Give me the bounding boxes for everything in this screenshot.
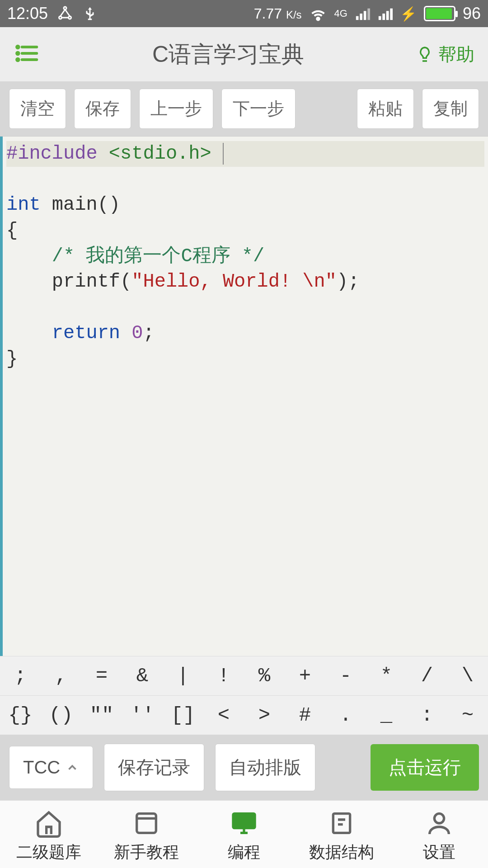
code-token: { bbox=[6, 220, 18, 241]
nav-label: 编程 bbox=[228, 841, 260, 863]
symbol-key[interactable]: ; bbox=[0, 656, 41, 695]
person-icon bbox=[425, 809, 454, 838]
monitor-icon bbox=[230, 809, 258, 838]
svg-point-16 bbox=[17, 59, 19, 61]
symbol-key[interactable]: , bbox=[41, 656, 81, 695]
run-button[interactable]: 点击运行 bbox=[371, 744, 479, 791]
svg-point-0 bbox=[64, 7, 66, 9]
symbol-key[interactable]: # bbox=[285, 696, 325, 735]
clear-button[interactable]: 清空 bbox=[9, 89, 66, 129]
battery-percent: 96 bbox=[463, 4, 481, 23]
signal-icon-1 bbox=[355, 6, 370, 21]
symbol-key[interactable]: "" bbox=[81, 696, 122, 735]
svg-rect-5 bbox=[360, 14, 362, 20]
svg-rect-11 bbox=[390, 9, 393, 20]
symbol-key[interactable]: {} bbox=[0, 696, 41, 735]
symbol-key[interactable]: ~ bbox=[447, 696, 488, 735]
save-record-button[interactable]: 保存记录 bbox=[104, 744, 204, 791]
symbol-key[interactable]: _ bbox=[366, 696, 407, 735]
symbol-key[interactable]: & bbox=[122, 656, 163, 695]
code-token: int bbox=[6, 194, 41, 216]
nav-label: 新手教程 bbox=[114, 841, 179, 863]
code-editor[interactable]: #include <stdio.h> int main() { /* 我的第一个… bbox=[0, 136, 488, 656]
charging-icon: ⚡ bbox=[400, 6, 417, 22]
svg-rect-4 bbox=[356, 16, 359, 20]
editor-content[interactable]: #include <stdio.h> int main() { /* 我的第一个… bbox=[3, 137, 488, 656]
symbol-key[interactable]: % bbox=[244, 656, 285, 695]
symbol-key[interactable]: > bbox=[244, 696, 285, 735]
nav-item-question-bank[interactable]: 二级题库 bbox=[0, 809, 98, 863]
symbol-key[interactable]: / bbox=[407, 656, 447, 695]
undo-button[interactable]: 上一步 bbox=[139, 89, 213, 129]
battery-icon bbox=[424, 6, 455, 21]
code-token: return bbox=[52, 322, 120, 344]
code-token: 0 bbox=[120, 322, 143, 344]
nav-label: 数据结构 bbox=[309, 841, 374, 863]
nav-label: 设置 bbox=[423, 841, 455, 863]
app-header: C语言学习宝典 帮助 bbox=[0, 27, 488, 81]
nav-item-settings[interactable]: 设置 bbox=[390, 809, 488, 863]
status-bar: 12:05 7.77 K/s 4G ⚡ 96 bbox=[0, 0, 488, 27]
chevron-up-icon bbox=[66, 761, 79, 774]
usb-icon bbox=[82, 6, 98, 21]
svg-rect-9 bbox=[382, 14, 385, 20]
nav-item-programming[interactable]: 编程 bbox=[195, 809, 293, 863]
symbol-key[interactable]: () bbox=[41, 696, 81, 735]
wifi-icon bbox=[309, 5, 327, 23]
toolbar: 清空 保存 上一步 下一步 粘贴 复制 bbox=[0, 81, 488, 136]
symbol-key[interactable]: [] bbox=[163, 696, 203, 735]
svg-rect-6 bbox=[364, 11, 366, 20]
symbol-key[interactable]: = bbox=[81, 656, 122, 695]
help-button[interactable]: 帮助 bbox=[416, 42, 474, 67]
bottom-nav: 二级题库 新手教程 编程 数据结构 设置 bbox=[0, 800, 488, 868]
code-token: #include bbox=[6, 143, 98, 165]
nav-label: 二级题库 bbox=[16, 841, 81, 863]
symbol-key[interactable]: : bbox=[407, 696, 447, 735]
code-token: printf( bbox=[52, 271, 131, 292]
nav-item-tutorial[interactable]: 新手教程 bbox=[98, 809, 195, 863]
svg-rect-18 bbox=[137, 814, 156, 833]
svg-point-14 bbox=[17, 52, 19, 55]
code-token: /* 我的第一个C程序 */ bbox=[52, 245, 264, 267]
share-icon bbox=[57, 5, 73, 22]
svg-rect-8 bbox=[379, 16, 381, 20]
signal-icon-2 bbox=[377, 6, 393, 21]
code-token: } bbox=[6, 348, 18, 370]
redo-button[interactable]: 下一步 bbox=[221, 89, 296, 129]
svg-point-21 bbox=[434, 814, 444, 823]
symbol-row-2: {}()""''[]<>#._:~ bbox=[0, 695, 488, 735]
app-title: C语言学习宝典 bbox=[41, 39, 416, 70]
symbol-key[interactable]: . bbox=[325, 696, 366, 735]
nav-item-data-structure[interactable]: 数据结构 bbox=[293, 809, 390, 863]
status-time: 12:05 bbox=[7, 4, 48, 23]
symbol-key[interactable]: '' bbox=[122, 696, 163, 735]
auto-format-button[interactable]: 自动排版 bbox=[215, 744, 315, 791]
network-speed: 7.77 K/s bbox=[254, 5, 302, 22]
home-icon bbox=[34, 809, 63, 838]
symbol-key[interactable]: ! bbox=[203, 656, 244, 695]
document-icon bbox=[327, 809, 356, 838]
paste-button[interactable]: 粘贴 bbox=[357, 89, 414, 129]
symbol-key[interactable]: | bbox=[163, 656, 203, 695]
svg-point-3 bbox=[317, 18, 319, 20]
action-bar: TCC 保存记录 自动排版 点击运行 bbox=[0, 735, 488, 800]
svg-rect-19 bbox=[233, 814, 255, 828]
copy-button[interactable]: 复制 bbox=[422, 89, 479, 129]
symbol-key[interactable]: < bbox=[203, 696, 244, 735]
save-button[interactable]: 保存 bbox=[74, 89, 131, 129]
book-icon bbox=[132, 809, 161, 838]
symbol-keyboard: ;,=&|!%+-*/\ {}()""''[]<>#._:~ bbox=[0, 656, 488, 735]
compiler-select[interactable]: TCC bbox=[9, 746, 93, 789]
code-token: main() bbox=[41, 194, 120, 216]
symbol-key[interactable]: - bbox=[325, 656, 366, 695]
symbol-key[interactable]: \ bbox=[447, 656, 488, 695]
code-token: "Hello, World! \n" bbox=[131, 271, 337, 292]
network-type: 4G bbox=[334, 8, 347, 19]
code-token: ; bbox=[143, 322, 154, 344]
menu-icon[interactable] bbox=[14, 41, 41, 68]
symbol-key[interactable]: + bbox=[285, 656, 325, 695]
symbol-key[interactable]: * bbox=[366, 656, 407, 695]
code-token: ); bbox=[337, 271, 359, 292]
code-token: <stdio.h> bbox=[109, 143, 211, 165]
compiler-label: TCC bbox=[23, 757, 60, 778]
